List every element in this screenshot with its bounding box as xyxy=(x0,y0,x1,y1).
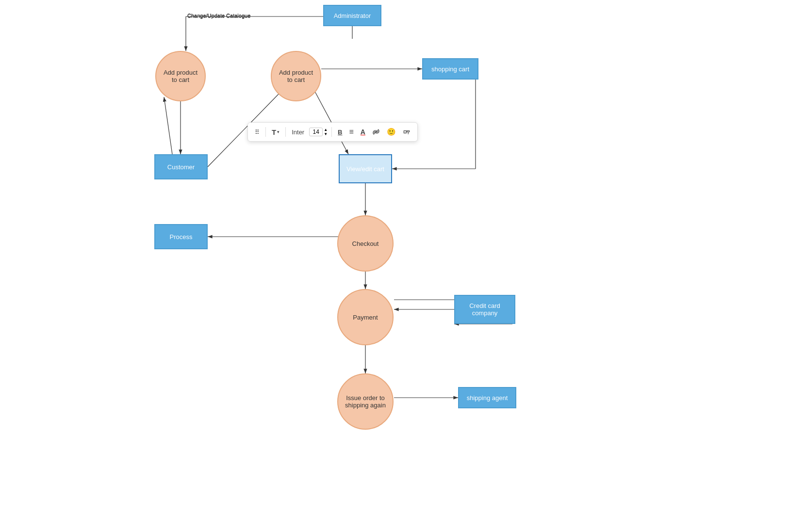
svg-line-5 xyxy=(164,97,172,154)
font-size-arrows[interactable]: ▲▼ xyxy=(324,128,328,136)
shopping-cart-node[interactable]: shopping cart xyxy=(422,58,478,80)
issue-order-node[interactable]: Issue order to shipping again xyxy=(337,373,394,430)
emoji-icon: 🙂 xyxy=(387,128,396,136)
toolbar-bold-button[interactable]: B xyxy=(336,128,344,137)
view-edit-cart-node[interactable]: View/edit cart xyxy=(339,154,392,183)
text-toolbar[interactable]: ⠿ T ▾ Inter ▲▼ B ≡ A xyxy=(247,122,418,142)
toolbar-font-size[interactable]: ▲▼ xyxy=(309,128,328,136)
credit-card-company-node[interactable]: Credit card company xyxy=(454,295,515,324)
font-size-input[interactable] xyxy=(309,128,323,136)
toolbar-emoji-button[interactable]: 🙂 xyxy=(385,127,398,137)
toolbar-link-button[interactable] xyxy=(370,127,382,137)
toolbar-align-button[interactable]: ≡ xyxy=(347,127,356,137)
extra-icon xyxy=(403,128,411,136)
link-icon xyxy=(372,128,380,136)
diagram-arrows xyxy=(0,0,806,532)
toolbar-separator-2 xyxy=(285,127,286,137)
add-product-cart-left-node[interactable]: Add product to cart xyxy=(155,51,206,101)
toolbar-color-button[interactable]: A xyxy=(359,127,367,137)
add-product-cart-right-node[interactable]: Add product to cart xyxy=(271,51,321,101)
payment-node[interactable]: Payment xyxy=(337,289,394,345)
diagram-canvas: Change/Update Catalogue Administrator Ad… xyxy=(0,0,806,532)
administrator-node[interactable]: Administrator xyxy=(323,5,381,26)
customer-node[interactable]: Customer xyxy=(154,154,208,179)
toolbar-drag-handle[interactable]: ⠿ xyxy=(253,128,262,137)
toolbar-text-type[interactable]: T ▾ xyxy=(270,127,281,137)
svg-line-20 xyxy=(375,131,377,133)
checkout-node[interactable]: Checkout xyxy=(337,215,394,272)
toolbar-separator-1 xyxy=(265,127,266,137)
toolbar-font-family[interactable]: Inter xyxy=(290,128,306,137)
change-update-catalogue-label: Change/Update Catalogue xyxy=(187,13,250,19)
toolbar-extra-button[interactable] xyxy=(401,127,412,137)
toolbar-separator-3 xyxy=(331,127,332,137)
shipping-agent-node[interactable]: shipping agent xyxy=(458,387,516,408)
process-node[interactable]: Process xyxy=(154,224,208,249)
